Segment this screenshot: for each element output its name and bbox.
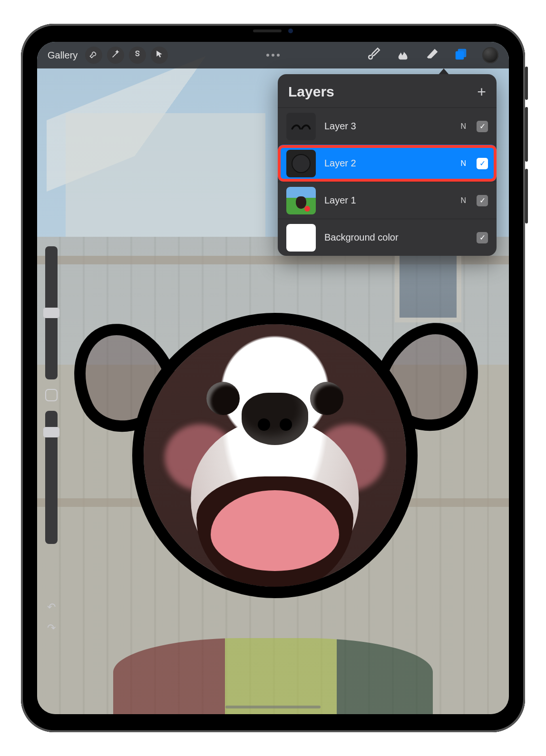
brush-size-slider[interactable] (45, 246, 58, 379)
layer-name-label: Background color (324, 232, 458, 243)
wrench-icon (89, 49, 98, 61)
screen: Gallery (37, 42, 509, 714)
brush-icon (368, 47, 382, 63)
layer-blend-label[interactable]: N (460, 196, 466, 205)
volume-up-button (525, 107, 528, 162)
layer-blend-label[interactable]: N (460, 122, 466, 131)
layers-icon (454, 47, 468, 63)
layer-visibility-checkbox[interactable]: ✓ (477, 195, 488, 206)
layer-row[interactable]: Layer 3 N ✓ (278, 107, 497, 145)
layer-visibility-checkbox[interactable]: ✓ (477, 232, 488, 243)
smudge-tool-button[interactable] (397, 47, 411, 63)
transform-arrow-button[interactable] (151, 47, 168, 64)
volume-down-button (525, 169, 528, 223)
redo-button[interactable]: ↷ (45, 622, 58, 634)
modify-button[interactable] (45, 389, 58, 401)
layer-visibility-checkbox[interactable]: ✓ (477, 121, 488, 132)
multitask-dots[interactable] (266, 54, 280, 57)
layer-name-label: Layer 2 (324, 158, 452, 169)
power-button (525, 67, 528, 100)
layers-panel-title: Layers (288, 84, 334, 100)
layer-name-label: Layer 3 (324, 121, 452, 132)
home-indicator[interactable] (225, 706, 321, 708)
wand-icon (111, 49, 120, 61)
add-layer-button[interactable]: + (477, 84, 486, 99)
selection-tool-button[interactable] (129, 47, 146, 64)
layer-blend-label[interactable]: N (460, 159, 466, 168)
eraser-icon (425, 47, 439, 63)
brush-tool-button[interactable] (368, 47, 382, 63)
top-toolbar: Gallery (37, 42, 509, 68)
layer-thumbnail (286, 150, 316, 177)
smudge-icon (397, 47, 411, 63)
selection-s-icon (133, 49, 142, 61)
layer-row[interactable]: Layer 2 N ✓ (278, 145, 497, 182)
gallery-button[interactable]: Gallery (48, 50, 78, 61)
brush-opacity-slider[interactable] (45, 411, 58, 544)
layer-row[interactable]: Layer 1 N ✓ (278, 182, 497, 219)
layer-name-label: Layer 1 (324, 195, 452, 206)
layer-thumbnail (286, 113, 316, 140)
layer-thumbnail (286, 187, 316, 214)
layer-visibility-checkbox[interactable]: ✓ (477, 158, 488, 169)
device-sensor-cluster (253, 29, 293, 33)
undo-button[interactable]: ↶ (45, 601, 58, 613)
layer-row[interactable]: Background color ✓ (278, 219, 497, 256)
eraser-tool-button[interactable] (425, 47, 439, 63)
svg-rect-1 (458, 49, 467, 58)
ipad-device-frame: Gallery (21, 24, 525, 732)
cursor-arrow-icon (155, 49, 164, 61)
actions-wrench-button[interactable] (85, 47, 102, 64)
sidebar-controls: ↶ ↷ (43, 246, 60, 634)
color-picker-swatch[interactable] (482, 47, 498, 63)
layer-thumbnail (286, 224, 316, 252)
adjustments-wand-button[interactable] (107, 47, 124, 64)
layers-panel: Layers + Layer 3 N ✓ Layer 2 (278, 74, 497, 256)
layers-button[interactable] (454, 47, 468, 63)
